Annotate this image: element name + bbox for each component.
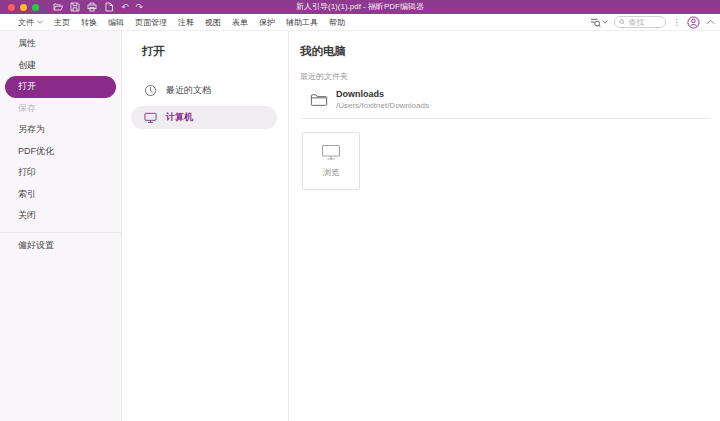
browse-label: 浏览 [323,167,339,178]
undo-icon[interactable]: ↶ [121,3,129,12]
recent-folder-path: /Users/foxitnet/Downloads [336,100,429,111]
folder-icon [310,92,328,107]
open-item-label: 计算机 [166,111,193,124]
search-box[interactable] [614,16,666,28]
new-document-icon[interactable] [104,2,114,12]
traffic-lights [0,4,39,11]
open-panel-title: 打开 [142,44,288,59]
search-icon [619,18,625,26]
clock-icon [144,84,157,97]
menu-organize[interactable]: 页面管理 [135,17,167,28]
recent-folder-texts: Downloads /Users/foxitnet/Downloads [336,88,429,111]
menu-help[interactable]: 帮助 [329,17,345,28]
collapse-toolbar-icon[interactable] [706,19,715,25]
search-input[interactable] [628,18,661,27]
open-panel-rows: 最近的文档 计算机 [122,79,288,129]
menu-edit[interactable]: 编辑 [108,17,124,28]
menu-items: 文件 主页 转换 编辑 页面管理 注释 视图 表单 保护 辅助工具 帮助 [18,17,345,28]
open-panel: 打开 最近的文档 计算机 [122,31,289,421]
backstage-view: 属性 创建 打开 保存 另存为 PDF优化 打印 索引 关闭 偏好设置 打开 [0,31,720,421]
menu-accessibility[interactable]: 辅助工具 [286,17,318,28]
sidebar-item-save-as[interactable]: 另存为 [0,119,121,141]
recent-folders-label: 最近的文件夹 [300,71,710,82]
menu-file[interactable]: 文件 [18,17,43,28]
menubar-right-tools: ⋮ [590,16,715,29]
sidebar-item-create[interactable]: 创建 [0,55,121,77]
sidebar-divider [0,232,121,233]
sidebar-item-open[interactable]: 打开 [5,76,116,98]
menu-file-label: 文件 [18,17,34,28]
sidebar: 属性 创建 打开 保存 另存为 PDF优化 打印 索引 关闭 偏好设置 [0,31,122,421]
menubar: 文件 主页 转换 编辑 页面管理 注释 视图 表单 保护 辅助工具 帮助 [0,14,720,31]
sidebar-item-preferences[interactable]: 偏好设置 [0,235,121,257]
open-item-label: 最近的文档 [166,84,211,97]
computer-icon [144,112,157,124]
recent-folder-downloads[interactable]: Downloads /Users/foxitnet/Downloads [300,82,710,119]
find-replace-icon [590,17,601,28]
menu-form[interactable]: 表单 [232,17,248,28]
minimize-window-button[interactable] [20,4,27,11]
sidebar-item-index[interactable]: 索引 [0,184,121,206]
foxit-pdf-editor-window: ↶ ↷ 新人引导(1)(1).pdf - 福昕PDF编辑器 文件 主页 转换 编… [0,0,720,421]
browse-button[interactable]: 浏览 [302,132,360,190]
titlebar: ↶ ↷ 新人引导(1)(1).pdf - 福昕PDF编辑器 [0,0,720,14]
open-item-recent-documents[interactable]: 最近的文档 [131,79,277,102]
menu-view[interactable]: 视图 [205,17,221,28]
recent-folder-name: Downloads [336,88,429,100]
sidebar-item-print[interactable]: 打印 [0,162,121,184]
monitor-icon [321,144,341,161]
close-window-button[interactable] [8,4,15,11]
find-replace-tool[interactable] [590,17,608,28]
menu-convert[interactable]: 转换 [81,17,97,28]
chevron-down-icon [37,20,43,24]
sidebar-item-pdf-optimize[interactable]: PDF优化 [0,141,121,163]
my-computer-title: 我的电脑 [300,44,710,59]
zoom-window-button[interactable] [32,4,39,11]
chevron-down-icon [602,20,608,24]
save-icon[interactable] [70,2,80,12]
account-icon[interactable] [687,16,700,29]
menu-protect[interactable]: 保护 [259,17,275,28]
my-computer-panel: 我的电脑 最近的文件夹 Downloads /Users/foxitnet/Do… [289,31,720,421]
sidebar-item-close[interactable]: 关闭 [0,205,121,227]
redo-icon[interactable]: ↷ [136,3,144,12]
sidebar-item-save: 保存 [0,98,121,120]
more-options-icon[interactable]: ⋮ [672,18,681,27]
titlebar-quick-tools: ↶ ↷ [53,2,143,12]
open-item-computer[interactable]: 计算机 [131,106,277,129]
sidebar-item-properties[interactable]: 属性 [0,33,121,55]
menu-home[interactable]: 主页 [54,17,70,28]
open-folder-icon[interactable] [53,2,63,12]
print-icon[interactable] [87,2,97,12]
menu-comment[interactable]: 注释 [178,17,194,28]
